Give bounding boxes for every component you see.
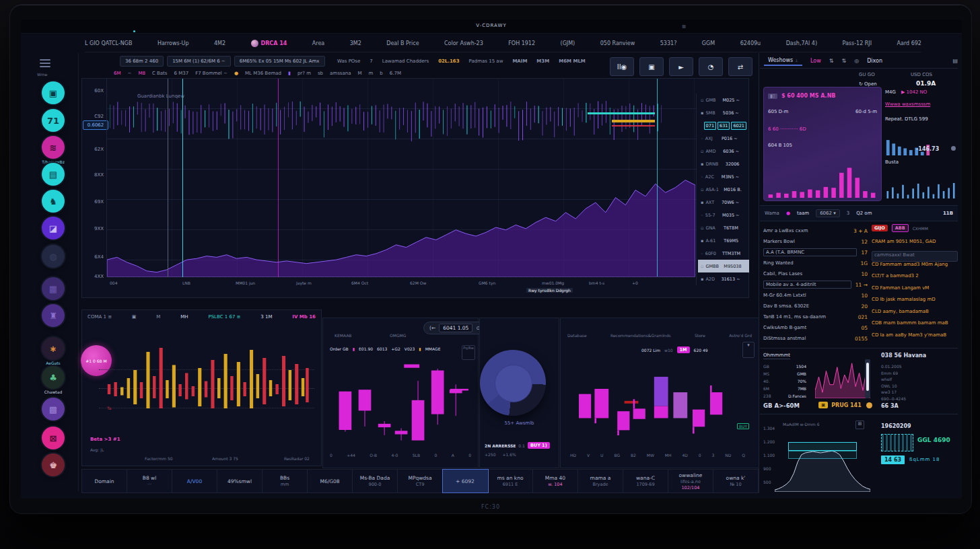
grid-view-icon[interactable]: ▤ — [952, 58, 958, 64]
indicator-token[interactable]: F7 Bommel ~ — [195, 71, 228, 76]
bottom-bar-cell[interactable]: MPqwdsa CT9 — [398, 470, 443, 492]
value-dropdown[interactable]: 6062 ▾ — [816, 209, 840, 217]
menu-item[interactable]: Deal B Price — [386, 40, 419, 46]
tab-low[interactable]: Low — [810, 58, 821, 64]
bottom-bar-cell[interactable]: mama a Bryade — [578, 470, 623, 492]
order-book-row[interactable]: ▪ AXT 70W6 ~ — [698, 196, 749, 209]
menu-item[interactable]: 4M2 — [214, 40, 225, 46]
plot-area[interactable]: Guardianbk Lunqew — [106, 79, 697, 277]
order-book-row[interactable]: ▫ AMD 6036 ~ — [698, 145, 749, 157]
sidebar-avatar-icon[interactable]: ≋ — [42, 136, 65, 159]
chadders-label[interactable]: Lawamad Chadders — [382, 59, 429, 64]
order-book-row[interactable]: ◦ A2C M3N5 ~ — [698, 170, 749, 183]
bottom-bar-cell[interactable]: + 6092 — [443, 470, 488, 492]
mh-label[interactable]: MH — [180, 314, 188, 320]
expand-button[interactable]: ⊞ — [855, 420, 864, 429]
sort-icon-2[interactable]: ⇅ — [841, 58, 846, 64]
legend-token[interactable]: 6013 — [377, 346, 387, 351]
news-row[interactable]: CD Ia am aaBy Mam3 y'mamaB — [872, 332, 958, 344]
target-icon[interactable]: ◎ — [854, 58, 859, 64]
tab-dixon[interactable]: Dixon — [867, 58, 882, 64]
sidebar-avatar-icon[interactable]: ♚ — [42, 453, 65, 476]
order-book-row[interactable]: ▪ DRNB 32006 — [698, 157, 749, 170]
chart-action-button[interactable]: ▣ — [639, 57, 664, 76]
order-book-row[interactable]: ▫ ASA-1 M016 B. — [698, 183, 749, 196]
selection-box-2[interactable] — [788, 451, 857, 459]
indicator-token[interactable]: 6M — [114, 71, 121, 76]
watchlist-row[interactable]: Mobile av a. 4-aditrilt 11 → — [763, 279, 868, 290]
taam-label[interactable]: taam — [797, 211, 809, 216]
buy-signal-badge[interactable]: BUY — [737, 423, 749, 429]
indicator-token[interactable]: 6 M37 — [174, 71, 188, 76]
menu-item[interactable]: Harrows-Up — [158, 40, 189, 46]
indicator-token[interactable]: M8 — [138, 71, 145, 76]
news-row[interactable]: CD Famman Langam vM — [872, 285, 958, 297]
bottom-bar-cell[interactable]: BBs mm — [262, 470, 308, 492]
menu-item[interactable]: GGM — [702, 40, 715, 46]
bottom-bar-cell[interactable]: A/V00 — [172, 470, 217, 492]
chart-action-button[interactable]: ► — [669, 57, 693, 76]
order-book-row[interactable]: 0716316021 — [698, 119, 749, 132]
watchlist-row[interactable]: Amr a LwBxs cxxm 3 + A — [763, 225, 868, 236]
bottom-bar-cell[interactable]: M6/G08 — [308, 470, 353, 492]
menu-item[interactable]: Aard 692 — [897, 40, 921, 46]
order-book-row[interactable]: ▫ GNA T6T8M — [698, 221, 749, 234]
signal-sparkline-box[interactable] — [881, 434, 913, 451]
news-row[interactable]: CDB mam bammm bamam maB — [872, 320, 958, 332]
top-right-icon[interactable]: ▥ — [682, 24, 686, 28]
alert-value[interactable]: 02L.163 — [438, 59, 459, 64]
tab-omgmg[interactable]: OMGMG — [390, 333, 406, 338]
m-icon[interactable]: M — [156, 314, 160, 320]
watchlist-row[interactable]: CwlksAmb B-gamt 05 — [763, 322, 868, 333]
sidebar-avatar-icon[interactable]: ▣ — [42, 81, 65, 104]
legend-token[interactable]: ▮ — [419, 346, 421, 351]
watchlist-row[interactable]: Ring Wanted 1G — [763, 258, 868, 268]
sidebar-avatar-icon[interactable]: 71 — [42, 109, 65, 132]
sidebar-avatar-icon[interactable]: ◪ — [42, 217, 65, 240]
tab-kemaab[interactable]: KEMAAB — [335, 333, 351, 338]
impulse-title[interactable]: COMA 1 ≡ — [88, 314, 112, 320]
tab-astro[interactable]: Astro'd Grd — [729, 333, 752, 338]
menu-item[interactable]: (GJM) — [561, 40, 575, 46]
chart-action-button[interactable]: ◔ — [699, 57, 723, 76]
sidebar-avatar-icon[interactable]: ♜ — [42, 304, 65, 327]
sidebar-avatar-icon[interactable]: ⊠ — [42, 427, 65, 449]
slider-handle[interactable] — [866, 363, 869, 391]
buy-badge[interactable]: BUY 1) — [528, 442, 550, 449]
watchlist-row[interactable]: Markers Bowl 12 — [763, 236, 868, 247]
watchlist-row[interactable]: TanB 14 m1, ms sa-daanm 021 — [763, 312, 868, 322]
legend-token[interactable]: +G2 — [391, 346, 400, 351]
m3m-label[interactable]: M3M — [536, 59, 549, 64]
legend-token[interactable]: MMAGE — [425, 346, 441, 351]
menu-item[interactable]: FOH 1912 — [508, 40, 535, 46]
indicator-token[interactable]: pr? m — [298, 71, 311, 76]
watchlist-row[interactable]: Dav B smsa. 6302E 20 — [763, 301, 868, 312]
menu-item[interactable]: Pass-12 RJI — [842, 40, 872, 46]
order-book-row[interactable]: ▪ A-61 T69M5 — [698, 234, 749, 247]
order-book-row[interactable]: ◦ 60F0 TTM3TM — [698, 247, 749, 260]
news-row[interactable]: CLD aamy, bamadamaB — [872, 309, 958, 321]
bottom-bar-cell[interactable]: B8 wl ··· — [127, 470, 172, 492]
indicator-token[interactable]: C Bats — [152, 71, 168, 76]
news-row[interactable]: CD Ib jask mamalaslag mD — [872, 297, 958, 309]
wama-label[interactable]: Wama — [765, 211, 779, 216]
sidebar-avatar-icon[interactable]: ▩ — [42, 398, 65, 420]
indicator-token[interactable]: ● — [234, 71, 238, 76]
watchlist-row[interactable]: A.A (T.A. BRMNC 17 — [763, 247, 868, 258]
view-pose-label[interactable]: Was POse — [337, 59, 360, 64]
bottom-bar-cell[interactable]: Domain — [82, 470, 127, 492]
tab-weshows[interactable]: Weshows ⊥ — [764, 56, 802, 66]
order-book-row[interactable]: ▪ SMB 5036 ~ — [698, 106, 749, 119]
toolbar-box[interactable]: 15M 6M (1) 62/6M 6 ~ — [167, 56, 231, 67]
balance-card[interactable]: ▮▯ $ 60 400 MS A.NB 605 D-m 60-d 5-m 6 6… — [763, 87, 882, 201]
indicator-token[interactable]: b — [380, 71, 382, 76]
sidebar-avatar-icon[interactable]: ♞ — [42, 190, 65, 213]
timeframe-label[interactable]: 3 1M — [260, 314, 272, 320]
abb-badge[interactable]: ABB — [892, 224, 909, 232]
corner-button[interactable]: Pq/Rw — [462, 345, 475, 360]
hamburger-menu-icon[interactable] — [40, 57, 50, 69]
bottom-bar-cell[interactable]: wana-C 1709-69 — [623, 470, 668, 492]
toolbar-box[interactable]: 36 68m 2 460 — [120, 56, 164, 67]
grid-icon[interactable]: ▣ — [132, 314, 137, 320]
sidebar-avatar-icon[interactable]: ▦ — [42, 277, 65, 300]
